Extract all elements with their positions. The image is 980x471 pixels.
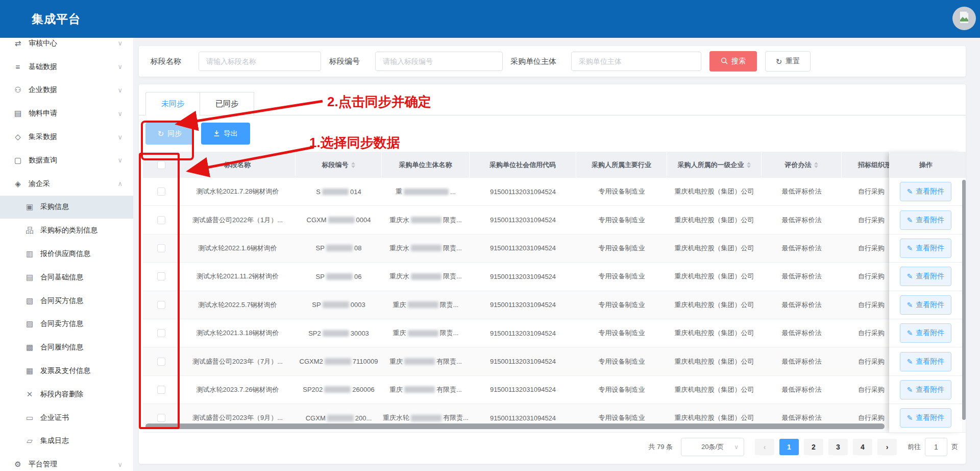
view-attachment-button[interactable]: ✎查看附件 xyxy=(900,323,952,343)
cell-group-company: 重庆机电控股（集团）公司 xyxy=(667,263,762,290)
cell-group-company: 重庆机电控股（集团）公司 xyxy=(667,319,762,347)
sort-caret-icon[interactable] xyxy=(747,162,751,168)
column-header-group-company[interactable]: 采购人所属的一级企业 xyxy=(667,152,762,178)
cell-credit-code: 915001132031094524 xyxy=(470,206,576,233)
cell-bid-code: S014 xyxy=(296,178,382,205)
view-attachment-button[interactable]: ✎查看附件 xyxy=(900,182,952,201)
sidebar-item-purchase-target-category[interactable]: 品采购标的类别信息 xyxy=(0,219,133,242)
row-checkbox[interactable] xyxy=(157,301,165,309)
view-attachment-button[interactable]: ✎查看附件 xyxy=(900,380,952,399)
sort-caret-icon[interactable] xyxy=(814,162,818,168)
row-checkbox[interactable] xyxy=(157,358,165,366)
censored-text xyxy=(326,273,353,280)
column-header-eval-method[interactable]: 评价办法 xyxy=(762,152,842,178)
view-attachment-button[interactable]: ✎查看附件 xyxy=(900,295,952,315)
goto-page-input[interactable] xyxy=(925,438,947,456)
sidebar-item-central-purchase-data[interactable]: ◇集采数据∨ xyxy=(0,125,133,149)
cell-group-company: 重庆机电控股（集团）公司 xyxy=(667,347,762,375)
prev-page-button[interactable]: ‹ xyxy=(755,439,774,455)
page-size-select[interactable]: 20条/页 ∨ xyxy=(681,438,744,456)
sidebar-item-bid-content-delete[interactable]: ✕标段内容删除 xyxy=(0,383,133,406)
sidebar-item-contract-seller-info[interactable]: ▨合同卖方信息 xyxy=(0,313,133,336)
cell-actions: ✎查看附件 xyxy=(889,319,962,347)
column-header-bid-code[interactable]: 标段编号 xyxy=(296,152,382,178)
page-button-1[interactable]: 1 xyxy=(779,439,799,455)
sidebar-item-material-request[interactable]: ▤物料申请∨ xyxy=(0,102,133,125)
sidebar-item-contract-buyer-info[interactable]: ▧合同买方信息 xyxy=(0,289,133,313)
top-bar: 集成平台 xyxy=(0,0,980,38)
view-attachment-button[interactable]: ✎查看附件 xyxy=(900,210,952,230)
view-attachment-button[interactable]: ✎查看附件 xyxy=(900,408,952,428)
sidebar-item-purchase-info[interactable]: ▣采购信息 xyxy=(0,196,133,219)
view-attachment-button[interactable]: ✎查看附件 xyxy=(900,239,952,258)
sidebar-item-enterprise-data[interactable]: ⚇企业数据∨ xyxy=(0,79,133,102)
cell-bid-name: 测试水轮2023.7.26钢材询价 xyxy=(180,376,296,404)
censored-text xyxy=(322,189,349,195)
cell-industry: 专用设备制造业 xyxy=(576,376,667,404)
view-attachment-button[interactable]: ✎查看附件 xyxy=(900,267,952,286)
sidebar-item-platform-mgmt[interactable]: ⚙平台管理∨ xyxy=(0,453,133,471)
cell-actions: ✎查看附件 xyxy=(889,291,962,319)
chevron-down-icon: ∨ xyxy=(117,133,122,141)
cell-actions: ✎查看附件 xyxy=(889,263,962,291)
row-checkbox[interactable] xyxy=(157,414,165,422)
cell-checkbox xyxy=(143,178,180,205)
sidebar-item-integration-log[interactable]: ▱集成日志 xyxy=(0,430,133,453)
sidebar-item-enterprise-cert[interactable]: ▭企业证书 xyxy=(0,406,133,430)
vertical-scrollbar[interactable] xyxy=(962,180,966,420)
cell-bid-name: 测试水轮2021.3.18钢材询价 xyxy=(180,319,296,347)
tab-unsynced[interactable]: 未同步 xyxy=(145,92,200,115)
edit-icon: ✎ xyxy=(907,187,913,196)
user-avatar[interactable] xyxy=(952,7,976,30)
sidebar-item-quote-supplier-info[interactable]: ▥报价供应商信息 xyxy=(0,242,133,266)
page-button-3[interactable]: 3 xyxy=(828,439,848,455)
cell-group-company: 重庆机电控股（集团）公司 xyxy=(667,376,762,404)
select-all-checkbox[interactable] xyxy=(157,161,165,169)
cell-checkbox xyxy=(143,376,180,404)
row-checkbox[interactable] xyxy=(157,329,165,337)
sidebar-item-base-data[interactable]: ≡基础数据∨ xyxy=(0,55,133,79)
censored-text xyxy=(411,245,442,251)
sidebar-item-yuqicai[interactable]: ◈渝企采∧ xyxy=(0,172,133,196)
cell-credit-code: 915001132031094524 xyxy=(470,319,576,347)
bid-code-input[interactable] xyxy=(375,52,503,71)
tabs-divider xyxy=(139,115,966,115)
cell-bid-code: SP08 xyxy=(296,234,382,262)
horizontal-scrollbar[interactable] xyxy=(145,423,885,429)
sidebar-item-label: 基础数据 xyxy=(29,62,57,72)
sidebar-item-data-query[interactable]: ▢数据查询∨ xyxy=(0,149,133,172)
app-title: 集成平台 xyxy=(32,0,81,38)
search-button[interactable]: 搜索 xyxy=(709,51,757,72)
export-button[interactable]: 导出 xyxy=(201,123,250,145)
sync-button[interactable]: ↻ 同步 xyxy=(145,123,194,145)
row-checkbox[interactable] xyxy=(157,244,165,252)
reset-button[interactable]: ↻ 重置 xyxy=(765,51,811,72)
sidebar-item-contract-performance-info[interactable]: ▩合同履约信息 xyxy=(0,336,133,359)
sidebar-item-invoice-payment-info[interactable]: ▦发票及支付信息 xyxy=(0,359,133,383)
page-button-2[interactable]: 2 xyxy=(804,439,823,455)
table-row: 测试水轮2021.3.18钢材询价SP230003重庆限责...91500113… xyxy=(143,319,966,347)
buyer-input[interactable] xyxy=(571,52,701,71)
cell-buyer-name: 重庆水限责... xyxy=(382,206,470,233)
sidebar-item-label: 报价供应商信息 xyxy=(40,249,90,258)
sidebar-item-contract-base-info[interactable]: ▤合同基础信息 xyxy=(0,266,133,289)
row-checkbox[interactable] xyxy=(157,187,165,196)
sidebar-item-label: 集成日志 xyxy=(40,436,69,445)
sort-caret-icon[interactable] xyxy=(351,162,355,168)
row-checkbox[interactable] xyxy=(157,272,165,280)
cell-buyer-name: 重庆水限责... xyxy=(382,263,470,290)
next-page-button[interactable]: › xyxy=(877,439,897,455)
bid-name-input[interactable] xyxy=(199,52,321,71)
row-checkbox[interactable] xyxy=(157,386,165,394)
chevron-down-icon: ∨ xyxy=(117,461,122,468)
sidebar-item-audit-center[interactable]: ⇄审核中心∨ xyxy=(0,38,133,55)
row-checkbox[interactable] xyxy=(157,216,165,224)
tab-synced[interactable]: 已同步 xyxy=(200,92,254,115)
view-attachment-button[interactable]: ✎查看附件 xyxy=(900,352,952,371)
cell-actions: ✎查看附件 xyxy=(889,206,962,234)
cell-checkbox xyxy=(143,263,180,290)
cell-industry: 专用设备制造业 xyxy=(576,263,667,290)
total-count: 共 79 条 xyxy=(648,442,673,452)
seller-card-icon: ▨ xyxy=(24,319,35,328)
page-button-4[interactable]: 4 xyxy=(853,439,872,455)
